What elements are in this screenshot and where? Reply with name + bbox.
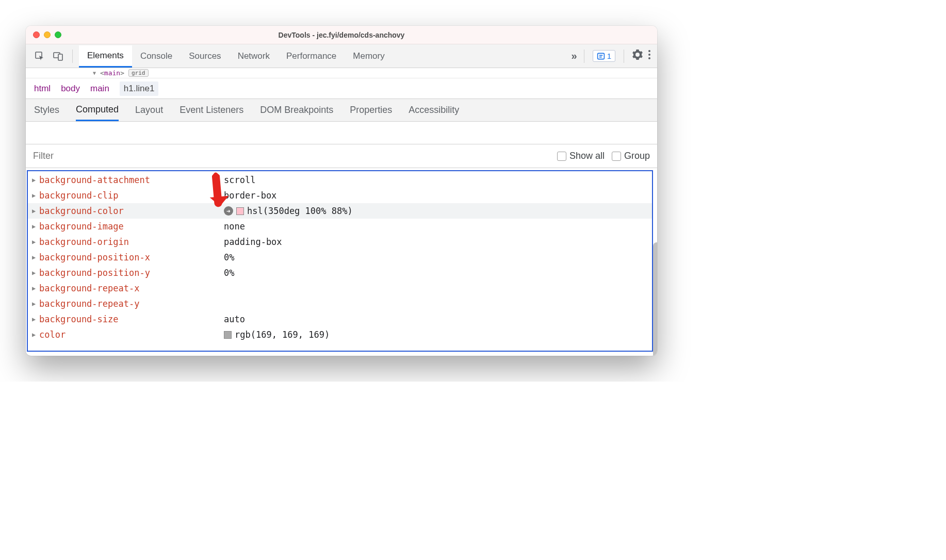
disclosure-triangle-icon[interactable]: ▶: [32, 207, 39, 215]
window-title: DevTools - jec.fyi/demo/cds-anchovy: [26, 31, 657, 39]
toolbar-right: » 1: [572, 50, 651, 63]
checkbox-icon: [557, 152, 566, 161]
titlebar: DevTools - jec.fyi/demo/cds-anchovy: [26, 26, 657, 44]
disclosure-triangle-icon[interactable]: ▶: [32, 254, 39, 261]
style-tab-layout[interactable]: Layout: [135, 100, 163, 120]
kebab-menu-icon[interactable]: [648, 50, 651, 62]
disclosure-triangle-icon[interactable]: ▶: [32, 238, 39, 245]
breadcrumb: htmlbodymainh1.line1: [26, 78, 657, 99]
disclosure-triangle-icon[interactable]: ▶: [32, 176, 39, 184]
property-name: background-image: [39, 221, 224, 232]
disclosure-triangle-icon[interactable]: ▶: [32, 269, 39, 276]
elements-tree-row[interactable]: ▼ <main> grid: [26, 68, 657, 78]
property-name: background-origin: [39, 237, 224, 247]
property-name: background-repeat-y: [39, 299, 224, 309]
property-name: background-position-y: [39, 268, 224, 278]
maximize-window-button[interactable]: [55, 31, 61, 38]
spacer: [26, 122, 657, 144]
computed-row-color[interactable]: ▶colorrgb(169, 169, 169): [28, 327, 652, 342]
show-all-label: Show all: [569, 151, 605, 161]
toolbar-separator: [584, 50, 584, 63]
disclosure-triangle-icon[interactable]: ▶: [32, 285, 39, 292]
scrollbar-thumb[interactable]: [653, 242, 657, 356]
checkbox-icon: [612, 152, 621, 161]
property-value-text: padding-box: [224, 237, 282, 247]
property-value-text: 0%: [224, 252, 234, 262]
panel-tab-elements[interactable]: Elements: [79, 45, 132, 68]
svg-rect-2: [58, 54, 62, 60]
grid-badge[interactable]: grid: [128, 69, 149, 77]
minimize-window-button[interactable]: [44, 31, 51, 38]
style-tab-accessibility[interactable]: Accessibility: [409, 100, 459, 120]
property-value-text: hsl(350deg 100% 88%): [247, 206, 353, 216]
panel-tab-console[interactable]: Console: [132, 46, 181, 67]
crumb-main[interactable]: main: [90, 84, 109, 94]
color-swatch-icon[interactable]: [224, 331, 232, 339]
filter-input[interactable]: [33, 151, 550, 161]
group-checkbox[interactable]: Group: [612, 151, 650, 161]
crumb-body[interactable]: body: [61, 84, 80, 94]
panel-tabs: ElementsConsoleSourcesNetworkPerformance…: [79, 45, 568, 67]
disclosure-triangle-icon: ▼: [93, 70, 96, 76]
property-value: auto: [224, 314, 245, 324]
disclosure-triangle-icon[interactable]: ▶: [32, 223, 39, 230]
property-value-text: rgb(169, 169, 169): [235, 330, 330, 340]
panel-tab-performance[interactable]: Performance: [278, 46, 345, 67]
style-tab-computed[interactable]: Computed: [76, 100, 119, 121]
elements-tag: main: [104, 69, 120, 77]
computed-row-background-repeat-y[interactable]: ▶background-repeat-y: [28, 296, 652, 311]
property-value: none: [224, 221, 245, 232]
property-name: color: [39, 330, 224, 340]
style-tab-styles[interactable]: Styles: [34, 100, 59, 120]
computed-row-background-image[interactable]: ▶background-imagenone: [28, 219, 652, 234]
color-swatch-icon[interactable]: [236, 207, 244, 215]
computed-row-background-origin[interactable]: ▶background-originpadding-box: [28, 234, 652, 250]
computed-row-background-position-y[interactable]: ▶background-position-y0%: [28, 265, 652, 281]
computed-row-background-position-x[interactable]: ▶background-position-x0%: [28, 250, 652, 265]
property-value: border-box: [224, 190, 276, 201]
devtools-window: DevTools - jec.fyi/demo/cds-anchovy Elem…: [26, 26, 657, 356]
disclosure-triangle-icon[interactable]: ▶: [32, 316, 39, 323]
property-value: 0%: [224, 252, 234, 262]
show-all-checkbox[interactable]: Show all: [557, 151, 605, 161]
disclosure-triangle-icon[interactable]: ▶: [32, 192, 39, 199]
property-name: background-repeat-x: [39, 283, 224, 293]
sidebar-tabs: StylesComputedLayoutEvent ListenersDOM B…: [26, 99, 657, 122]
panel-tab-sources[interactable]: Sources: [181, 46, 229, 67]
more-tabs-icon[interactable]: »: [572, 50, 576, 62]
svg-point-8: [648, 57, 650, 59]
main-toolbar: ElementsConsoleSourcesNetworkPerformance…: [26, 44, 657, 68]
group-label: Group: [624, 151, 650, 161]
computed-row-background-repeat-x[interactable]: ▶background-repeat-x: [28, 281, 652, 296]
computed-row-background-attachment[interactable]: ▶background-attachmentscroll: [28, 172, 652, 188]
computed-row-background-size[interactable]: ▶background-sizeauto: [28, 311, 652, 327]
property-value-text: border-box: [224, 190, 276, 201]
property-value: padding-box: [224, 237, 282, 247]
style-tab-dom-breakpoints[interactable]: DOM Breakpoints: [260, 100, 333, 120]
style-tab-event-listeners[interactable]: Event Listeners: [180, 100, 243, 120]
goto-source-icon[interactable]: ➜: [224, 206, 233, 216]
issues-chip[interactable]: 1: [593, 50, 615, 62]
computed-properties-list[interactable]: ▶background-attachmentscroll▶background-…: [27, 170, 653, 352]
disclosure-triangle-icon[interactable]: ▶: [32, 331, 39, 338]
property-name: background-size: [39, 314, 224, 324]
svg-point-6: [648, 50, 650, 52]
property-value: 0%: [224, 268, 234, 278]
crumb-html[interactable]: html: [34, 84, 51, 94]
gear-icon[interactable]: [632, 50, 643, 62]
panel-tab-memory[interactable]: Memory: [345, 46, 393, 67]
style-tab-properties[interactable]: Properties: [350, 100, 392, 120]
property-value-text: auto: [224, 314, 245, 324]
panel-tab-network[interactable]: Network: [230, 46, 278, 67]
device-toggle-icon[interactable]: [51, 48, 66, 64]
window-controls: [33, 31, 61, 38]
inspect-icon[interactable]: [32, 48, 47, 64]
property-value-text: none: [224, 221, 245, 232]
property-name: background-attachment: [39, 175, 224, 185]
disclosure-triangle-icon[interactable]: ▶: [32, 300, 39, 307]
close-window-button[interactable]: [33, 31, 40, 38]
crumb-h1-line1[interactable]: h1.line1: [120, 81, 159, 96]
computed-row-background-color[interactable]: ▶background-color➜hsl(350deg 100% 88%): [28, 203, 652, 219]
property-value: rgb(169, 169, 169): [224, 330, 330, 340]
computed-row-background-clip[interactable]: ▶background-clipborder-box: [28, 188, 652, 203]
